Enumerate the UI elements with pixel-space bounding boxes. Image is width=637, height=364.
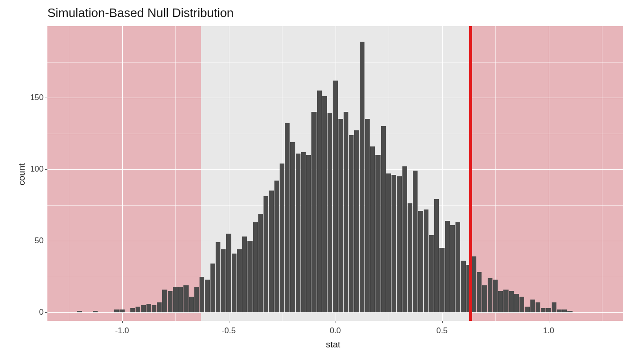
- histogram-bar: [360, 42, 364, 312]
- histogram-bar: [413, 171, 418, 312]
- histogram-bar: [253, 222, 258, 312]
- histogram-bar: [290, 142, 295, 312]
- histogram-bar: [274, 181, 279, 312]
- histogram-bar: [200, 277, 204, 313]
- histogram-bar: [370, 146, 375, 312]
- histogram-bar: [488, 278, 492, 312]
- histogram-bar: [354, 130, 359, 312]
- histogram-bar: [311, 112, 316, 312]
- histogram-bar: [493, 280, 498, 312]
- histogram-bar: [258, 214, 263, 312]
- histogram-bar: [189, 297, 194, 312]
- histogram-bar: [280, 164, 284, 312]
- x-axis-label: stat: [326, 339, 341, 350]
- histogram-bar: [247, 241, 252, 312]
- histogram-bar: [301, 152, 306, 312]
- histogram-bar: [317, 91, 322, 312]
- histogram-bar: [216, 242, 220, 312]
- histogram-bar: [269, 191, 273, 312]
- histogram-bar: [472, 256, 476, 312]
- histogram-bar: [530, 300, 535, 312]
- histogram-bar: [146, 304, 151, 312]
- y-tick-label: 0: [6, 308, 44, 317]
- x-tick-label: 0.5: [428, 326, 456, 336]
- histogram-bar: [546, 308, 551, 312]
- histogram-bar: [461, 261, 465, 312]
- observed-statistic-line: [469, 26, 472, 321]
- histogram-bar: [439, 248, 444, 312]
- histogram-bars: [47, 26, 623, 321]
- histogram-bar: [525, 307, 529, 312]
- histogram-bar: [168, 291, 173, 312]
- histogram-bar: [221, 249, 226, 312]
- histogram-bar: [226, 234, 231, 312]
- histogram-bar: [328, 113, 332, 312]
- histogram-bar: [178, 287, 183, 312]
- histogram-bar: [285, 123, 290, 312]
- histogram-bar: [322, 96, 327, 312]
- histogram-bar: [344, 112, 348, 312]
- plot-panel: [47, 26, 623, 321]
- histogram-bar: [93, 311, 98, 312]
- histogram-bar: [434, 199, 439, 312]
- histogram-bar: [306, 155, 311, 312]
- histogram-bar: [397, 176, 401, 312]
- histogram-bar: [477, 272, 482, 312]
- histogram-bar: [418, 211, 423, 312]
- histogram-bar: [552, 302, 556, 312]
- histogram-bar: [141, 305, 146, 312]
- histogram-bar: [562, 309, 567, 312]
- histogram-bar: [503, 290, 508, 312]
- histogram-bar: [162, 290, 167, 312]
- histogram-bar: [429, 235, 434, 312]
- histogram-bar: [402, 166, 407, 312]
- histogram-bar: [386, 173, 391, 312]
- histogram-bar: [482, 285, 487, 312]
- histogram-bar: [173, 287, 178, 312]
- histogram-bar: [205, 280, 209, 312]
- histogram-bar: [296, 154, 300, 312]
- histogram-bar: [119, 309, 124, 312]
- histogram-bar: [519, 297, 524, 312]
- histogram-bar: [152, 305, 156, 312]
- histogram-bar: [450, 225, 455, 312]
- chart-title: Simulation-Based Null Distribution: [47, 6, 234, 20]
- histogram-bar: [349, 135, 354, 312]
- histogram-bar: [375, 155, 380, 312]
- histogram-bar: [333, 81, 337, 312]
- histogram-bar: [338, 119, 343, 312]
- histogram-bar: [514, 294, 519, 312]
- y-tick-label: 50: [6, 236, 44, 246]
- histogram-bar: [509, 291, 514, 312]
- x-tick-label: -0.5: [215, 326, 243, 336]
- histogram-bar: [183, 285, 188, 312]
- histogram-bar: [381, 126, 386, 312]
- histogram-bar: [242, 237, 247, 312]
- histogram-bar: [237, 249, 242, 312]
- histogram-bar: [194, 287, 199, 312]
- x-tick-label: 0.0: [321, 326, 350, 336]
- histogram-bar: [130, 308, 135, 312]
- y-tick-label: 150: [6, 93, 44, 102]
- histogram-bar: [541, 308, 546, 312]
- histogram-bar: [455, 222, 460, 312]
- histogram-bar: [424, 209, 428, 312]
- histogram-bar: [391, 175, 396, 312]
- null-distribution-chart: Simulation-Based Null Distribution 05010…: [0, 0, 637, 364]
- histogram-bar: [365, 119, 370, 312]
- histogram-bar: [567, 311, 572, 312]
- histogram-bar: [232, 254, 237, 312]
- histogram-bar: [114, 309, 119, 312]
- x-tick-label: 1.0: [535, 326, 563, 336]
- histogram-bar: [77, 311, 82, 312]
- histogram-bar: [408, 203, 412, 312]
- x-tick-label: -1.0: [108, 326, 136, 336]
- y-axis-label: count: [17, 164, 27, 185]
- histogram-bar: [557, 309, 562, 312]
- histogram-bar: [264, 196, 268, 312]
- histogram-bar: [136, 307, 140, 312]
- histogram-bar: [445, 221, 450, 312]
- histogram-bar: [210, 264, 215, 312]
- histogram-bar: [536, 302, 540, 312]
- histogram-bar: [498, 291, 503, 312]
